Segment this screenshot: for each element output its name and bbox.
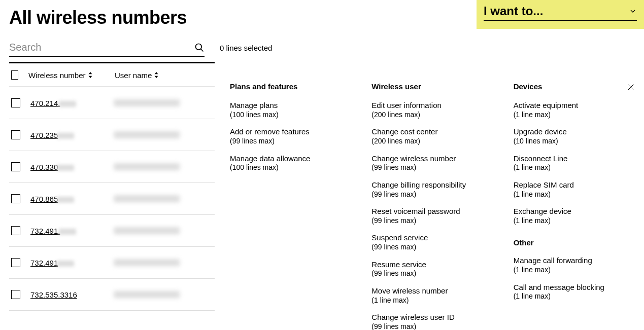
- sort-icon: [154, 72, 159, 78]
- col-header-user[interactable]: User name: [115, 71, 215, 80]
- action-label: Activate equipment: [514, 101, 635, 111]
- action-label: Change wireless number: [371, 154, 493, 164]
- action-note: (1 line max): [514, 111, 635, 120]
- wireless-number-link[interactable]: 470.330: [30, 163, 114, 171]
- col-plans: Plans and features Manage plans(100 line…: [230, 82, 351, 330]
- user-action[interactable]: Resume service(99 lines max): [371, 260, 493, 278]
- user-action[interactable]: Move wireless number(1 line max): [371, 286, 493, 305]
- other-action[interactable]: Call and message blocking(1 line max): [514, 283, 635, 301]
- plans-action[interactable]: Manage data allowance(100 lines max): [230, 154, 351, 172]
- row-checkbox[interactable]: [11, 194, 20, 203]
- user-action[interactable]: Suspend service(99 lines max): [371, 233, 493, 251]
- col-devices-heading: Devices: [514, 82, 635, 91]
- devices-action[interactable]: Disconnect Line(1 line max): [514, 154, 635, 172]
- row-checkbox[interactable]: [11, 130, 20, 139]
- masked-text: [57, 261, 74, 267]
- action-label: Disconnect Line: [514, 154, 635, 164]
- action-note: (99 lines max): [371, 163, 493, 172]
- chevron-down-icon: [629, 7, 637, 15]
- action-note: (100 lines max): [230, 111, 351, 120]
- action-label: Change billing responsibility: [371, 180, 493, 190]
- user-action[interactable]: Edit user information(200 lines max): [371, 101, 493, 119]
- action-label: Reset voicemail password: [371, 207, 493, 216]
- devices-action[interactable]: Exchange device(1 line max): [514, 207, 635, 225]
- svg-marker-4: [155, 72, 158, 74]
- row-checkbox[interactable]: [11, 258, 20, 267]
- search-icon[interactable]: [194, 43, 205, 53]
- table-row: 470.214.: [9, 87, 215, 119]
- svg-line-1: [201, 49, 204, 51]
- action-note: (99 lines max): [230, 137, 351, 146]
- selection-status: 0 lines selected: [220, 44, 272, 52]
- masked-text: [57, 197, 74, 203]
- col-header-number-label: Wireless number: [28, 71, 86, 80]
- wireless-number-link[interactable]: 732.491: [30, 259, 114, 267]
- plans-action[interactable]: Add or remove features(99 lines max): [230, 127, 351, 145]
- action-note: (100 lines max): [230, 163, 351, 172]
- user-action[interactable]: Change wireless number(99 lines max): [371, 154, 493, 172]
- devices-action[interactable]: Upgrade device(10 lines max): [514, 127, 635, 145]
- wireless-number-link[interactable]: 470.214.: [30, 99, 114, 107]
- action-note: (200 lines max): [371, 137, 493, 146]
- action-note: (99 lines max): [371, 269, 493, 278]
- action-note: (10 lines max): [514, 137, 635, 146]
- numbers-table: Wireless number User name 470.214.470.23…: [9, 62, 215, 330]
- user-name-masked: [114, 259, 180, 266]
- action-label: Move wireless number: [371, 286, 493, 296]
- col-user: Wireless user Edit user information(200 …: [371, 82, 493, 330]
- user-action[interactable]: Change wireless user ID(99 lines max): [371, 313, 493, 330]
- svg-marker-2: [88, 72, 92, 74]
- row-checkbox[interactable]: [11, 162, 20, 171]
- action-label: Manage call forwarding: [514, 256, 635, 266]
- action-note: (99 lines max): [371, 243, 493, 252]
- search-input[interactable]: [9, 39, 194, 56]
- user-name-masked: [114, 131, 180, 138]
- action-label: Suspend service: [371, 233, 493, 243]
- row-checkbox[interactable]: [11, 98, 20, 107]
- svg-marker-5: [155, 76, 158, 78]
- search-field[interactable]: [9, 39, 205, 57]
- user-name-masked: [114, 195, 180, 202]
- action-note: (99 lines max): [371, 322, 493, 330]
- wireless-number-link[interactable]: 732.491.: [30, 227, 114, 235]
- table-row: 470.865: [9, 183, 215, 215]
- table-row: 732.491.: [9, 215, 215, 247]
- action-note: (99 lines max): [371, 216, 493, 226]
- action-label: Resume service: [371, 260, 493, 270]
- action-label: Call and message blocking: [514, 283, 635, 292]
- user-action[interactable]: Change billing responsibility(99 lines m…: [371, 180, 493, 199]
- action-label: Replace SIM card: [514, 180, 635, 190]
- user-action[interactable]: Change cost center(200 lines max): [371, 127, 493, 145]
- table-row: 732.491: [9, 247, 215, 279]
- masked-text: [59, 229, 76, 235]
- col-user-heading: Wireless user: [371, 82, 493, 91]
- wireless-number-link[interactable]: 732.535.3316: [30, 290, 114, 299]
- masked-text: [59, 101, 76, 107]
- col-other-heading: Other: [514, 238, 635, 247]
- plans-action[interactable]: Manage plans(100 lines max): [230, 101, 351, 119]
- action-note: (99 lines max): [371, 190, 493, 199]
- action-label: Manage plans: [230, 101, 351, 111]
- wireless-number-link[interactable]: 470.235: [30, 131, 114, 139]
- close-icon[interactable]: [627, 83, 635, 91]
- other-action[interactable]: Manage call forwarding(1 line max): [514, 256, 635, 274]
- action-label: Change wireless user ID: [371, 313, 493, 322]
- user-action[interactable]: Reset voicemail password(99 lines max): [371, 207, 493, 225]
- wireless-number-link[interactable]: 470.865: [30, 195, 114, 203]
- i-want-to-dropdown[interactable]: I want to...: [477, 0, 644, 29]
- action-label: Upgrade device: [514, 127, 635, 137]
- row-checkbox[interactable]: [11, 226, 20, 235]
- col-plans-heading: Plans and features: [230, 82, 351, 91]
- row-checkbox[interactable]: [11, 290, 20, 299]
- col-header-number[interactable]: Wireless number: [28, 71, 115, 80]
- table-row: 470.330: [9, 151, 215, 183]
- devices-action[interactable]: Replace SIM card(1 line max): [514, 180, 635, 199]
- select-all-checkbox[interactable]: [11, 70, 18, 80]
- action-label: Exchange device: [514, 207, 635, 216]
- table-row: 470.235: [9, 119, 215, 151]
- action-label: Manage data allowance: [230, 154, 351, 164]
- devices-action[interactable]: Activate equipment(1 line max): [514, 101, 635, 119]
- action-note: (200 lines max): [371, 111, 493, 120]
- action-note: (1 line max): [514, 163, 635, 172]
- masked-text: [57, 133, 74, 139]
